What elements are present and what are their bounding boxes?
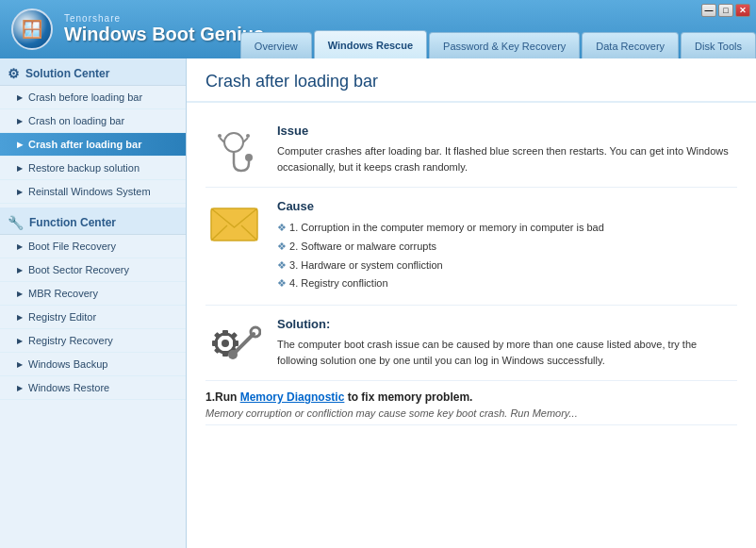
arrow-icon: ▶ bbox=[17, 290, 23, 298]
window-controls: — □ ✕ bbox=[701, 4, 750, 17]
sidebar-item-boot-sector[interactable]: ▶ Boot Sector Recovery bbox=[0, 258, 186, 282]
sidebar-item-registry-editor[interactable]: ▶ Registry Editor bbox=[0, 306, 186, 329]
svg-point-5 bbox=[218, 134, 222, 138]
arrow-icon: ▶ bbox=[17, 188, 23, 196]
arrow-icon: ▶ bbox=[17, 93, 23, 102]
arrow-icon: ▶ bbox=[17, 164, 23, 173]
cause-item-4: 4. Registry confliction bbox=[277, 274, 737, 293]
svg-point-11 bbox=[222, 340, 229, 347]
tab-overview[interactable]: Overview bbox=[240, 32, 312, 58]
arrow-icon: ▶ bbox=[17, 313, 23, 322]
svg-line-4 bbox=[243, 138, 248, 142]
arrow-icon: ▶ bbox=[17, 266, 23, 274]
maximize-button[interactable]: □ bbox=[718, 4, 733, 17]
svg-point-6 bbox=[246, 134, 250, 138]
step1-subtext: Memory corruption or confliction may cau… bbox=[205, 407, 737, 419]
content-body: Issue Computer crashes after loading bar… bbox=[187, 103, 756, 435]
sidebar-item-reinstall-windows[interactable]: ▶ Reinstall Windows System bbox=[0, 180, 186, 204]
issue-section: Issue Computer crashes after loading bar… bbox=[205, 112, 737, 188]
function-center-icon: 🔧 bbox=[8, 215, 24, 230]
app-name: Windows Boot Genius bbox=[64, 24, 264, 45]
tab-windows-rescue[interactable]: Windows Rescue bbox=[314, 30, 427, 58]
arrow-icon: ▶ bbox=[17, 360, 23, 369]
app-brand: Tenorshare bbox=[64, 13, 264, 24]
app-logo: 🪟 bbox=[9, 7, 55, 52]
svg-rect-13 bbox=[222, 351, 228, 357]
svg-point-2 bbox=[245, 154, 253, 161]
tab-disk-tools[interactable]: Disk Tools bbox=[681, 32, 756, 58]
solution-text: The computer boot crash issue can be cau… bbox=[277, 337, 737, 368]
sidebar: ⚙ Solution Center ▶ Crash before loading… bbox=[0, 58, 187, 548]
solution-center-header: ⚙ Solution Center bbox=[0, 58, 186, 86]
sidebar-item-crash-after[interactable]: ▶ Crash after loading bar bbox=[0, 133, 186, 157]
sidebar-item-windows-backup[interactable]: ▶ Windows Backup bbox=[0, 353, 186, 376]
sidebar-item-crash-on[interactable]: ▶ Crash on loading bar bbox=[0, 109, 186, 133]
sidebar-item-restore-backup[interactable]: ▶ Restore backup solution bbox=[0, 157, 186, 180]
svg-point-22 bbox=[228, 350, 238, 359]
memory-diagnostic-link[interactable]: Memory Diagnostic bbox=[240, 390, 345, 404]
arrow-icon: ▶ bbox=[17, 141, 23, 149]
step1-title: 1.Run Memory Diagnostic to fix memory pr… bbox=[205, 390, 737, 404]
main-layout: ⚙ Solution Center ▶ Crash before loading… bbox=[0, 58, 756, 548]
svg-line-3 bbox=[220, 138, 224, 142]
close-button[interactable]: ✕ bbox=[735, 4, 750, 17]
content-header: Crash after loading bar bbox=[187, 58, 756, 103]
app-title-area: Tenorshare Windows Boot Genius bbox=[64, 13, 264, 45]
arrow-icon: ▶ bbox=[17, 337, 23, 345]
arrow-icon: ▶ bbox=[17, 242, 23, 251]
tab-data-recovery[interactable]: Data Recovery bbox=[582, 32, 679, 58]
arrow-icon: ▶ bbox=[17, 117, 23, 125]
svg-rect-15 bbox=[233, 340, 238, 346]
sidebar-item-mbr-recovery[interactable]: ▶ MBR Recovery bbox=[0, 282, 186, 306]
cause-content: Cause 1. Corruption in the computer memo… bbox=[277, 199, 737, 293]
issue-title: Issue bbox=[277, 124, 737, 138]
envelope-icon bbox=[205, 199, 262, 244]
issue-content: Issue Computer crashes after loading bar… bbox=[277, 124, 737, 174]
logo-circle: 🪟 bbox=[11, 8, 53, 50]
solution-content: Solution: The computer boot crash issue … bbox=[277, 317, 737, 368]
cause-section: Cause 1. Corruption in the computer memo… bbox=[205, 188, 737, 306]
page-title: Crash after loading bar bbox=[205, 72, 737, 91]
cause-title: Cause bbox=[277, 199, 737, 213]
step1-section: 1.Run Memory Diagnostic to fix memory pr… bbox=[205, 381, 737, 425]
arrow-icon: ▶ bbox=[17, 384, 23, 392]
sidebar-item-windows-restore[interactable]: ▶ Windows Restore bbox=[0, 376, 186, 400]
svg-point-0 bbox=[224, 133, 243, 152]
solution-section: Solution: The computer boot crash issue … bbox=[205, 306, 737, 381]
cause-item-1: 1. Corruption in the computer memory or … bbox=[277, 219, 737, 238]
solution-center-icon: ⚙ bbox=[8, 66, 20, 81]
cause-item-3: 3. Hardware or system confliction bbox=[277, 257, 737, 275]
content-area: Crash after loading bar bbox=[187, 58, 756, 548]
sidebar-item-crash-before[interactable]: ▶ Crash before loading bar bbox=[0, 86, 186, 109]
gear-wrench-icon bbox=[205, 317, 262, 369]
title-bar: — □ ✕ 🪟 Tenorshare Windows Boot Genius O… bbox=[0, 0, 756, 58]
stethoscope-icon bbox=[205, 124, 262, 175]
svg-rect-18 bbox=[214, 347, 221, 354]
issue-text: Computer crashes after loading bar. It f… bbox=[277, 143, 737, 174]
svg-point-21 bbox=[251, 327, 260, 337]
function-center-header: 🔧 Function Center bbox=[0, 208, 186, 235]
cause-item-2: 2. Software or malware corrupts bbox=[277, 238, 737, 257]
cause-list: 1. Corruption in the computer memory or … bbox=[277, 219, 737, 293]
minimize-button[interactable]: — bbox=[701, 4, 716, 17]
solution-title: Solution: bbox=[277, 317, 737, 331]
tab-password-key-recovery[interactable]: Password & Key Recovery bbox=[429, 32, 580, 58]
svg-rect-12 bbox=[222, 330, 228, 336]
nav-tabs: Overview Windows Rescue Password & Key R… bbox=[238, 30, 756, 58]
sidebar-item-registry-recovery[interactable]: ▶ Registry Recovery bbox=[0, 329, 186, 353]
sidebar-item-boot-file[interactable]: ▶ Boot File Recovery bbox=[0, 235, 186, 258]
svg-rect-14 bbox=[212, 340, 218, 346]
